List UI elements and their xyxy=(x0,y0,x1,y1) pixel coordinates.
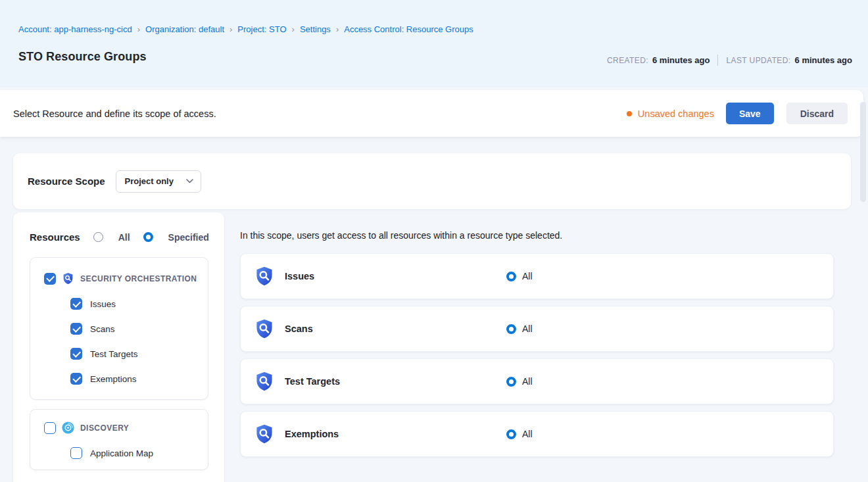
group-label: DISCOVERY xyxy=(80,423,129,433)
scope-description: In this scope, users get access to all r… xyxy=(240,230,562,241)
item-label: Application Map xyxy=(90,448,153,458)
resource-scope-title: Resource Scope xyxy=(28,176,105,187)
group-checkbox[interactable] xyxy=(44,422,56,434)
save-button[interactable]: Save xyxy=(726,103,774,124)
resource-scope-card: Resource Scope Project only xyxy=(13,153,851,209)
last-updated-label: LAST UPDATED: xyxy=(726,56,790,65)
shield-search-icon xyxy=(62,272,74,285)
access-all-option[interactable]: All xyxy=(506,429,533,439)
access-all-option[interactable]: All xyxy=(506,324,533,334)
discard-button[interactable]: Discard xyxy=(786,103,848,124)
breadcrumb-separator-icon: › xyxy=(336,24,339,34)
created-label: CREATED: xyxy=(607,56,648,65)
radio-all-label: All xyxy=(118,232,130,243)
resource-group: DISCOVERY Application Map xyxy=(30,409,208,470)
radio-icon[interactable] xyxy=(506,429,516,439)
group-checkbox[interactable] xyxy=(44,273,56,285)
breadcrumb-separator-icon: › xyxy=(137,24,140,34)
access-all-label: All xyxy=(522,376,533,387)
breadcrumb-link[interactable]: Organization: default xyxy=(145,24,224,34)
resource-scope-select[interactable]: Project only xyxy=(116,170,201,193)
item-checkbox[interactable] xyxy=(70,373,82,385)
resource-type-name: Exemptions xyxy=(285,429,339,439)
resource-item-row: Scans xyxy=(30,323,201,335)
resource-type-list: Issues All Scans All Test Targets All Ex… xyxy=(240,253,834,464)
radio-icon[interactable] xyxy=(506,272,516,281)
access-all-label: All xyxy=(522,324,533,334)
item-label: Exemptions xyxy=(90,374,137,384)
meta-divider xyxy=(717,55,718,66)
group-label: SECURITY ORCHESTRATION xyxy=(80,274,197,283)
vertical-scrollbar-thumb[interactable] xyxy=(860,102,866,202)
breadcrumb-link[interactable]: Settings xyxy=(300,24,331,34)
meta-info: CREATED: 6 minutes ago LAST UPDATED: 6 m… xyxy=(607,55,852,66)
resources-title: Resources xyxy=(30,231,80,243)
access-all-label: All xyxy=(522,429,533,439)
page-title: STO Resource Groups xyxy=(18,50,147,64)
radio-specified-label: Specified xyxy=(168,232,209,243)
toolbar-description: Select Resource and define its scope of … xyxy=(13,108,216,119)
resource-type-row: Exemptions All xyxy=(240,411,834,457)
shield-search-icon xyxy=(254,266,275,287)
created-value: 6 minutes ago xyxy=(652,55,710,65)
resource-type-name: Test Targets xyxy=(285,376,340,387)
action-toolbar: Select Resource and define its scope of … xyxy=(0,90,863,137)
item-checkbox[interactable] xyxy=(70,298,82,310)
radio-icon[interactable] xyxy=(506,377,516,387)
item-checkbox[interactable] xyxy=(70,447,82,459)
shield-search-icon xyxy=(254,371,275,392)
resource-type-row: Test Targets All xyxy=(240,358,834,404)
shield-search-icon xyxy=(254,318,275,339)
last-updated-value: 6 minutes ago xyxy=(795,55,852,65)
chevron-down-icon xyxy=(186,179,193,183)
resources-panel: Resources All Specified SECURITY ORCHEST… xyxy=(13,212,224,482)
resource-item-row: Issues xyxy=(30,298,201,310)
radio-icon[interactable] xyxy=(506,324,516,334)
radio-icon[interactable] xyxy=(143,232,153,242)
resources-panel-header: Resources All Specified xyxy=(13,212,224,243)
resource-type-row: Issues All xyxy=(240,253,834,299)
item-checkbox[interactable] xyxy=(70,323,82,335)
breadcrumb-link[interactable]: Access Control: Resource Groups xyxy=(344,24,473,34)
resource-scope-selected-value: Project only xyxy=(125,176,174,186)
breadcrumb-separator-icon: › xyxy=(229,24,232,34)
radar-icon xyxy=(62,422,74,434)
item-label: Test Targets xyxy=(90,349,138,359)
item-label: Scans xyxy=(90,324,115,334)
breadcrumb: Account: app-harness-ng-cicd›Organizatio… xyxy=(18,24,473,34)
page-header: Account: app-harness-ng-cicd›Organizatio… xyxy=(0,0,868,87)
shield-search-icon xyxy=(254,423,275,445)
resource-type-row: Scans All xyxy=(240,306,834,352)
radio-icon[interactable] xyxy=(93,232,103,242)
unsaved-dot-icon xyxy=(627,111,632,116)
resource-type-name: Scans xyxy=(285,324,313,334)
item-label: Issues xyxy=(90,299,116,309)
resources-radio-all[interactable]: All xyxy=(93,232,130,243)
unsaved-changes-indicator: Unsaved changes xyxy=(627,108,714,119)
breadcrumb-link[interactable]: Project: STO xyxy=(237,24,286,34)
breadcrumb-separator-icon: › xyxy=(292,24,295,34)
resources-radio-specified[interactable]: Specified xyxy=(143,232,209,243)
item-checkbox[interactable] xyxy=(70,348,82,360)
access-all-option[interactable]: All xyxy=(506,376,533,387)
resource-item-row: Exemptions xyxy=(30,373,201,385)
breadcrumb-link[interactable]: Account: app-harness-ng-cicd xyxy=(18,24,132,34)
resource-item-row: Test Targets xyxy=(30,348,201,360)
unsaved-changes-label: Unsaved changes xyxy=(638,108,714,119)
access-all-label: All xyxy=(522,271,533,281)
resource-item-row: Application Map xyxy=(30,447,201,459)
resource-group: SECURITY ORCHESTRATION Issues Scans Test… xyxy=(30,257,208,400)
resource-type-name: Issues xyxy=(285,271,314,281)
access-all-option[interactable]: All xyxy=(506,271,533,281)
